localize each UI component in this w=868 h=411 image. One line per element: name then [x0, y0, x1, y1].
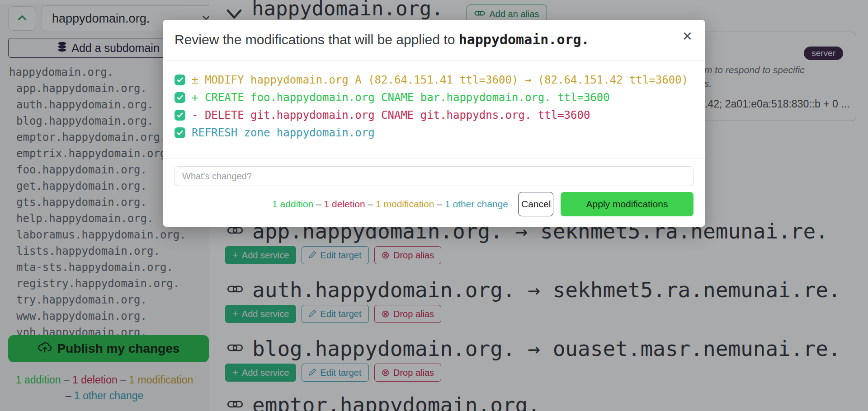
modification-checkbox[interactable] [175, 110, 185, 121]
summary-addition: 1 addition [272, 199, 313, 209]
modification-text: ± MODIFY happydomain.org A (82.64.151.41… [192, 74, 688, 86]
cancel-button[interactable]: Cancel [518, 192, 553, 216]
modal-title-prefix: Review the modifications that will be ap… [175, 32, 459, 47]
modification-row: + CREATE foo.happydomain.org CNAME bar.h… [175, 91, 610, 104]
modification-row: - DELETE git.happydomain.org CNAME git.h… [175, 109, 590, 121]
summary-deletion: 1 deletion [324, 199, 365, 209]
summary-separator: – [434, 199, 445, 209]
modification-row: ± MODIFY happydomain.org A (82.64.151.41… [175, 74, 688, 86]
summary-separator: – [365, 199, 376, 209]
review-modifications-modal: Review the modifications that will be ap… [163, 20, 705, 227]
summary-other: 1 other change [445, 199, 508, 209]
modification-row: REFRESH zone happydomain.org [175, 126, 375, 139]
modal-body-divider [163, 159, 705, 159]
modal-footer: 1 addition – 1 deletion – 1 modification… [163, 191, 705, 217]
modal-title: Review the modifications that will be ap… [175, 32, 590, 47]
modal-header-divider [163, 61, 705, 61]
change-comment-input[interactable] [175, 166, 693, 186]
modal-changes-summary: 1 addition – 1 deletion – 1 modification… [272, 199, 508, 210]
modal-title-domain: happydomain.org. [459, 32, 590, 47]
modification-checkbox[interactable] [175, 127, 185, 138]
modification-text: REFRESH zone happydomain.org [192, 126, 375, 139]
modification-checkbox[interactable] [175, 75, 185, 85]
modification-text: + CREATE foo.happydomain.org CNAME bar.h… [192, 91, 610, 104]
summary-separator: – [313, 199, 324, 209]
apply-modifications-button[interactable]: Apply modifications [561, 192, 693, 216]
modification-text: - DELETE git.happydomain.org CNAME git.h… [192, 109, 590, 121]
summary-modification: 1 modification [376, 199, 434, 209]
close-icon[interactable]: ✕ [679, 30, 695, 43]
modification-checkbox[interactable] [175, 92, 185, 103]
